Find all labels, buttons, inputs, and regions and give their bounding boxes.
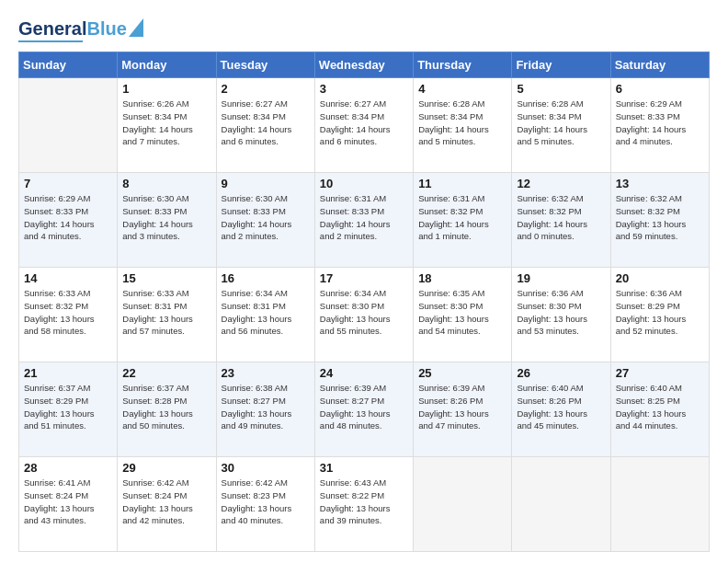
logo-text: GeneralBlue bbox=[18, 18, 127, 39]
day-info: Sunrise: 6:30 AM Sunset: 8:33 PM Dayligh… bbox=[222, 192, 310, 243]
day-info: Sunrise: 6:33 AM Sunset: 8:32 PM Dayligh… bbox=[24, 287, 112, 338]
calendar-week-row: 7Sunrise: 6:29 AM Sunset: 8:33 PM Daylig… bbox=[19, 173, 710, 268]
calendar-cell: 29Sunrise: 6:42 AM Sunset: 8:24 PM Dayli… bbox=[118, 457, 216, 552]
day-info: Sunrise: 6:34 AM Sunset: 8:30 PM Dayligh… bbox=[320, 287, 408, 338]
day-number: 12 bbox=[517, 177, 605, 190]
calendar-cell: 25Sunrise: 6:39 AM Sunset: 8:26 PM Dayli… bbox=[414, 362, 512, 457]
day-info: Sunrise: 6:27 AM Sunset: 8:34 PM Dayligh… bbox=[320, 98, 408, 148]
day-info: Sunrise: 6:29 AM Sunset: 8:33 PM Dayligh… bbox=[616, 98, 704, 148]
day-number: 4 bbox=[418, 82, 506, 96]
calendar-cell: 2Sunrise: 6:27 AM Sunset: 8:34 PM Daylig… bbox=[216, 78, 314, 173]
calendar-cell: 30Sunrise: 6:42 AM Sunset: 8:23 PM Dayli… bbox=[216, 457, 314, 552]
day-info: Sunrise: 6:31 AM Sunset: 8:32 PM Dayligh… bbox=[418, 192, 506, 243]
day-number: 16 bbox=[222, 271, 310, 285]
logo-blue: Blue bbox=[86, 18, 126, 39]
day-info: Sunrise: 6:29 AM Sunset: 8:33 PM Dayligh… bbox=[24, 192, 112, 243]
weekday-header-row: SundayMondayTuesdayWednesdayThursdayFrid… bbox=[19, 52, 710, 78]
calendar-cell: 10Sunrise: 6:31 AM Sunset: 8:33 PM Dayli… bbox=[314, 173, 413, 268]
weekday-header: Monday bbox=[118, 52, 216, 78]
calendar-cell: 9Sunrise: 6:30 AM Sunset: 8:33 PM Daylig… bbox=[216, 173, 314, 268]
calendar-week-row: 28Sunrise: 6:41 AM Sunset: 8:24 PM Dayli… bbox=[19, 457, 710, 552]
day-info: Sunrise: 6:42 AM Sunset: 8:24 PM Dayligh… bbox=[122, 477, 210, 527]
day-info: Sunrise: 6:28 AM Sunset: 8:34 PM Dayligh… bbox=[418, 98, 506, 148]
logo: GeneralBlue bbox=[18, 15, 143, 42]
day-info: Sunrise: 6:31 AM Sunset: 8:33 PM Dayligh… bbox=[320, 192, 408, 243]
day-number: 24 bbox=[320, 366, 408, 380]
day-info: Sunrise: 6:40 AM Sunset: 8:25 PM Dayligh… bbox=[616, 382, 704, 432]
day-number: 11 bbox=[418, 177, 506, 190]
calendar-cell: 23Sunrise: 6:38 AM Sunset: 8:27 PM Dayli… bbox=[216, 362, 314, 457]
day-number: 8 bbox=[122, 177, 210, 190]
day-info: Sunrise: 6:43 AM Sunset: 8:22 PM Dayligh… bbox=[320, 477, 408, 527]
day-info: Sunrise: 6:42 AM Sunset: 8:23 PM Dayligh… bbox=[222, 477, 310, 527]
calendar-cell: 11Sunrise: 6:31 AM Sunset: 8:32 PM Dayli… bbox=[414, 173, 512, 268]
calendar-cell: 20Sunrise: 6:36 AM Sunset: 8:29 PM Dayli… bbox=[610, 268, 709, 362]
day-info: Sunrise: 6:30 AM Sunset: 8:33 PM Dayligh… bbox=[122, 192, 210, 243]
calendar-cell: 1Sunrise: 6:26 AM Sunset: 8:34 PM Daylig… bbox=[118, 78, 216, 173]
calendar-cell: 6Sunrise: 6:29 AM Sunset: 8:33 PM Daylig… bbox=[610, 78, 709, 173]
day-number: 26 bbox=[517, 366, 605, 380]
calendar-week-row: 14Sunrise: 6:33 AM Sunset: 8:32 PM Dayli… bbox=[19, 268, 710, 362]
day-info: Sunrise: 6:37 AM Sunset: 8:28 PM Dayligh… bbox=[122, 382, 210, 432]
day-number: 3 bbox=[320, 82, 408, 96]
page: GeneralBlue SundayMondayTuesdayWednesday… bbox=[0, 0, 728, 563]
day-info: Sunrise: 6:38 AM Sunset: 8:27 PM Dayligh… bbox=[222, 382, 310, 432]
day-info: Sunrise: 6:41 AM Sunset: 8:24 PM Dayligh… bbox=[24, 477, 112, 527]
day-number: 7 bbox=[24, 177, 112, 190]
day-info: Sunrise: 6:27 AM Sunset: 8:34 PM Dayligh… bbox=[222, 98, 310, 148]
day-number: 20 bbox=[616, 271, 704, 285]
calendar-cell: 8Sunrise: 6:30 AM Sunset: 8:33 PM Daylig… bbox=[118, 173, 216, 268]
day-number: 27 bbox=[616, 366, 704, 380]
logo-icon bbox=[129, 18, 143, 37]
day-info: Sunrise: 6:37 AM Sunset: 8:29 PM Dayligh… bbox=[24, 382, 112, 432]
day-number: 31 bbox=[320, 461, 408, 475]
calendar-cell: 7Sunrise: 6:29 AM Sunset: 8:33 PM Daylig… bbox=[19, 173, 118, 268]
weekday-header: Sunday bbox=[19, 52, 118, 78]
header: GeneralBlue bbox=[18, 15, 710, 42]
calendar-cell: 24Sunrise: 6:39 AM Sunset: 8:27 PM Dayli… bbox=[314, 362, 413, 457]
calendar-cell: 15Sunrise: 6:33 AM Sunset: 8:31 PM Dayli… bbox=[118, 268, 216, 362]
calendar-week-row: 1Sunrise: 6:26 AM Sunset: 8:34 PM Daylig… bbox=[19, 78, 710, 173]
day-number: 30 bbox=[222, 461, 310, 475]
day-number: 22 bbox=[122, 366, 210, 380]
day-number: 5 bbox=[517, 82, 605, 96]
day-number: 19 bbox=[517, 271, 605, 285]
calendar-week-row: 21Sunrise: 6:37 AM Sunset: 8:29 PM Dayli… bbox=[19, 362, 710, 457]
day-info: Sunrise: 6:26 AM Sunset: 8:34 PM Dayligh… bbox=[122, 98, 210, 148]
day-info: Sunrise: 6:35 AM Sunset: 8:30 PM Dayligh… bbox=[418, 287, 506, 338]
calendar-cell: 28Sunrise: 6:41 AM Sunset: 8:24 PM Dayli… bbox=[19, 457, 118, 552]
day-number: 29 bbox=[122, 461, 210, 475]
calendar-cell: 18Sunrise: 6:35 AM Sunset: 8:30 PM Dayli… bbox=[414, 268, 512, 362]
calendar-cell: 19Sunrise: 6:36 AM Sunset: 8:30 PM Dayli… bbox=[512, 268, 610, 362]
day-info: Sunrise: 6:39 AM Sunset: 8:27 PM Dayligh… bbox=[320, 382, 408, 432]
day-info: Sunrise: 6:36 AM Sunset: 8:29 PM Dayligh… bbox=[616, 287, 704, 338]
weekday-header: Saturday bbox=[610, 52, 709, 78]
weekday-header: Thursday bbox=[414, 52, 512, 78]
day-info: Sunrise: 6:36 AM Sunset: 8:30 PM Dayligh… bbox=[517, 287, 605, 338]
calendar-cell: 21Sunrise: 6:37 AM Sunset: 8:29 PM Dayli… bbox=[19, 362, 118, 457]
weekday-header: Friday bbox=[512, 52, 610, 78]
day-number: 21 bbox=[24, 366, 112, 380]
calendar-cell bbox=[19, 78, 118, 173]
calendar-cell: 31Sunrise: 6:43 AM Sunset: 8:22 PM Dayli… bbox=[314, 457, 413, 552]
day-info: Sunrise: 6:40 AM Sunset: 8:26 PM Dayligh… bbox=[517, 382, 605, 432]
calendar-cell: 22Sunrise: 6:37 AM Sunset: 8:28 PM Dayli… bbox=[118, 362, 216, 457]
calendar-cell: 26Sunrise: 6:40 AM Sunset: 8:26 PM Dayli… bbox=[512, 362, 610, 457]
calendar-cell bbox=[610, 457, 709, 552]
calendar-cell: 5Sunrise: 6:28 AM Sunset: 8:34 PM Daylig… bbox=[512, 78, 610, 173]
day-number: 6 bbox=[616, 82, 704, 96]
calendar-cell: 13Sunrise: 6:32 AM Sunset: 8:32 PM Dayli… bbox=[610, 173, 709, 268]
day-info: Sunrise: 6:32 AM Sunset: 8:32 PM Dayligh… bbox=[517, 192, 605, 243]
weekday-header: Wednesday bbox=[314, 52, 413, 78]
day-number: 23 bbox=[222, 366, 310, 380]
day-number: 1 bbox=[122, 82, 210, 96]
day-info: Sunrise: 6:28 AM Sunset: 8:34 PM Dayligh… bbox=[517, 98, 605, 148]
day-info: Sunrise: 6:39 AM Sunset: 8:26 PM Dayligh… bbox=[418, 382, 506, 432]
calendar-table: SundayMondayTuesdayWednesdayThursdayFrid… bbox=[18, 52, 710, 552]
day-number: 18 bbox=[418, 271, 506, 285]
day-info: Sunrise: 6:33 AM Sunset: 8:31 PM Dayligh… bbox=[122, 287, 210, 338]
day-number: 13 bbox=[616, 177, 704, 190]
calendar-cell: 14Sunrise: 6:33 AM Sunset: 8:32 PM Dayli… bbox=[19, 268, 118, 362]
day-number: 28 bbox=[24, 461, 112, 475]
day-number: 14 bbox=[24, 271, 112, 285]
